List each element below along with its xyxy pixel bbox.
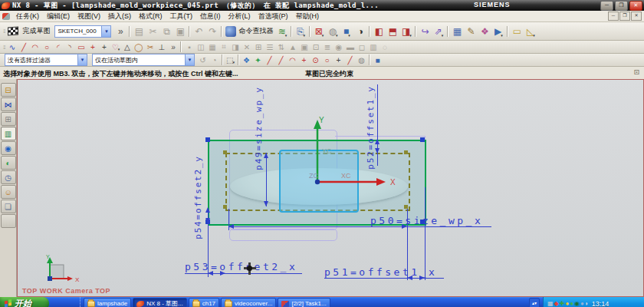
snap-existing-point-icon[interactable]: + — [333, 54, 344, 65]
dimension-p53[interactable]: p53=offset2_x — [185, 261, 297, 272]
tray-icon[interactable]: ▦ — [547, 298, 554, 307]
vertex-handle[interactable] — [420, 137, 425, 142]
chevron-down-icon[interactable]: ▾ — [232, 59, 235, 65]
object-display-icon[interactable]: ◑ — [353, 25, 367, 38]
tray-icon[interactable]: ◗ — [585, 298, 589, 307]
history-tab[interactable]: ◷ — [1, 170, 16, 184]
chevron-down-icon[interactable]: ▾ — [304, 32, 306, 38]
quickpick-icon[interactable]: ■ — [372, 54, 383, 65]
roles-tab[interactable]: ☺ — [1, 185, 16, 199]
orient-view-sketch-icon[interactable]: ⇗▾ — [432, 25, 445, 38]
offset-vertex-handle[interactable] — [223, 205, 227, 209]
menu-item[interactable]: 格式(R) — [135, 12, 166, 21]
finish-sketch-button[interactable]: 完成草图 — [22, 26, 50, 36]
taskbar-item[interactable]: ch17 — [189, 298, 219, 307]
taskbar-item[interactable]: videoconver... — [221, 298, 276, 307]
view-top-icon[interactable]: ⬒ — [386, 25, 399, 38]
toolbar-overflow-icon[interactable]: » — [167, 41, 179, 52]
assemblies-icon[interactable]: ⎘▾ — [294, 25, 307, 38]
chevron-down-icon[interactable]: ▾ — [336, 32, 338, 38]
angle-measure-icon[interactable]: ◺▾ — [524, 25, 537, 38]
tray-icon[interactable]: ● — [580, 298, 584, 307]
palette-icon[interactable]: ❖ — [478, 25, 491, 38]
tools-icon[interactable]: ✎ — [464, 25, 478, 38]
toolbar-grip[interactable]: ⁞⁞ — [3, 44, 5, 51]
vertex-handle[interactable] — [205, 137, 210, 142]
minimize-button[interactable]: ─ — [600, 1, 613, 11]
tray-icon[interactable]: ● — [570, 298, 573, 307]
studio-spline-icon[interactable]: ♡▾ — [110, 41, 121, 52]
close-window-icon[interactable]: ⊠▾ — [312, 25, 326, 38]
offset-curve-icon[interactable]: + — [98, 41, 110, 52]
polygon-icon[interactable]: △ — [121, 41, 133, 52]
menu-item[interactable]: 任务(K) — [12, 12, 43, 21]
point-icon[interactable]: + — [87, 41, 98, 52]
marquee-select-icon[interactable]: ⬚▾ — [225, 54, 236, 65]
play-icon[interactable]: ▶▾ — [491, 25, 505, 38]
snap-circle-icon[interactable]: ○ — [321, 54, 333, 65]
chevron-down-icon[interactable]: ▾ — [322, 32, 324, 38]
offset-vertex-handle[interactable] — [404, 150, 408, 154]
view-front-icon[interactable]: ◧ — [372, 25, 386, 38]
menu-item[interactable]: 首选项(P) — [255, 12, 292, 21]
profile-icon[interactable]: ∿ — [6, 41, 18, 52]
chevron-down-icon[interactable]: ▼ — [77, 54, 87, 65]
close-button[interactable]: ✕ — [629, 1, 642, 11]
chevron-down-icon[interactable]: ▾ — [285, 32, 288, 38]
hd3d-tools-tab[interactable]: ◉ — [1, 141, 16, 155]
tray-icon[interactable]: ● — [565, 298, 569, 307]
part-navigator-tab[interactable]: ⊞ — [1, 112, 16, 126]
menu-item[interactable]: 视图(V) — [74, 12, 104, 21]
orient-view-icon[interactable]: ↪ — [418, 25, 432, 38]
chevron-down-icon[interactable]: ▼ — [101, 26, 110, 37]
tray-icon[interactable]: ◆ — [554, 298, 559, 307]
constraint-navigator-tab[interactable]: ⋈ — [1, 97, 16, 111]
menu-item[interactable]: 插入(S) — [104, 12, 135, 21]
display-mode-icon[interactable]: ◍▾ — [326, 25, 340, 38]
fillet-icon[interactable]: ◜ — [52, 41, 64, 52]
taskbar-item[interactable]: [2/2] Task1... — [278, 298, 330, 307]
offset-vertex-handle[interactable] — [223, 150, 227, 154]
spreadsheet-icon[interactable]: ▦ — [450, 25, 464, 38]
assembly-navigator-tab[interactable]: ⊟ — [1, 83, 16, 97]
chevron-down-icon[interactable]: ▾ — [348, 32, 350, 38]
snap-endpoint-icon[interactable]: ╱ — [264, 54, 275, 65]
dimension-p54[interactable]: p54=offset2_y — [193, 154, 204, 240]
snap-point-on-curve-icon[interactable]: ╱ — [344, 54, 356, 65]
taskbar-item[interactable]: NX 8 - 草图... — [133, 298, 187, 307]
chevron-down-icon[interactable]: ▾ — [442, 32, 444, 38]
circle-icon[interactable]: ○ — [41, 41, 52, 52]
taskbar-collapse-button[interactable]: ▴▾ — [529, 298, 540, 307]
toolbar-grip[interactable]: ⁞⁞ — [3, 28, 5, 35]
menu-item[interactable]: 工具(T) — [166, 12, 197, 21]
arc-icon[interactable]: ◠ — [29, 41, 41, 52]
view-trimetric-icon[interactable]: ◨▾ — [399, 25, 413, 38]
snap-sketch-icon[interactable]: ✦ — [252, 54, 264, 65]
rectangle-icon[interactable]: ▭ — [75, 41, 87, 52]
chevron-down-icon[interactable]: ▾ — [501, 32, 503, 38]
snap-quadrant-icon[interactable]: + — [298, 54, 310, 65]
system-visualization-tab[interactable]: ❏ — [1, 200, 16, 213]
chevron-down-icon[interactable]: ▾ — [409, 32, 412, 38]
ellipse-icon[interactable]: ◯ — [133, 41, 144, 52]
mdi-window-button[interactable]: ─ — [608, 12, 619, 21]
chamfer-icon[interactable]: ◝ — [64, 41, 75, 52]
chevron-down-icon[interactable]: ▼ — [185, 54, 194, 65]
constraints-icon[interactable]: ⊥ — [156, 41, 167, 52]
dimension-p51[interactable]: p51=offset1_x — [324, 266, 437, 278]
mdi-window-button[interactable]: ✕ — [631, 12, 642, 21]
start-button[interactable]: 开始 — [0, 297, 49, 307]
command-finder-icon[interactable] — [225, 26, 236, 37]
snap-midpoint-icon[interactable]: ╱ — [275, 54, 287, 65]
ruler-icon[interactable]: ▭ — [510, 25, 524, 38]
line-icon[interactable]: ╱ — [18, 41, 29, 52]
status-bar-icon[interactable]: ⊡ — [633, 68, 639, 76]
snap-tangent-icon[interactable]: ◠ — [287, 54, 298, 65]
menu-item[interactable]: 分析(L) — [225, 12, 255, 21]
sketch-name-combo[interactable]: SKETCH_000 ▼ — [54, 25, 111, 38]
chevron-down-icon[interactable]: ▾ — [118, 46, 120, 52]
chevron-down-icon[interactable]: ▾ — [533, 32, 535, 38]
snap-point-on-face-icon[interactable]: ◍ — [356, 54, 367, 65]
menu-item[interactable]: 编辑(E) — [43, 12, 74, 21]
snap-arc-center-icon[interactable]: ⊙ — [310, 54, 321, 65]
